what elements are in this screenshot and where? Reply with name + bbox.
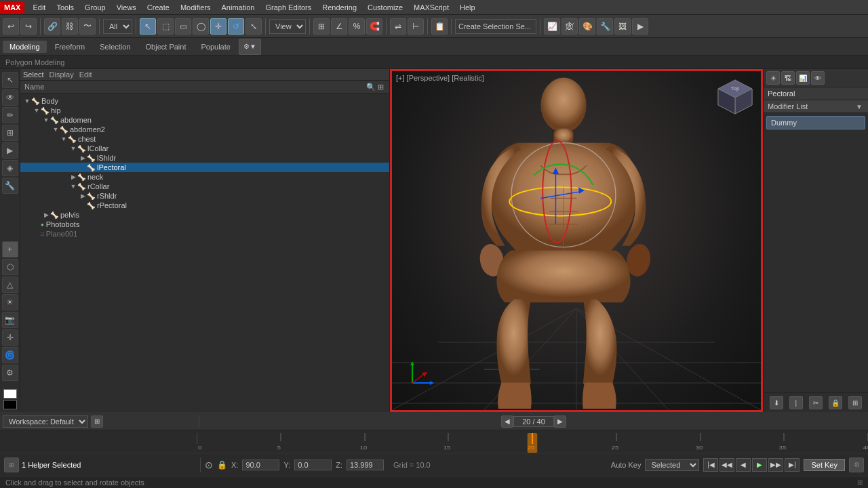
- snap-use[interactable]: 🧲: [366, 18, 382, 35]
- rp-icon4[interactable]: 👁: [811, 71, 825, 85]
- circle-select-btn[interactable]: ◯: [193, 18, 209, 35]
- render-setup[interactable]: 🔧: [597, 18, 613, 35]
- menu-views[interactable]: Views: [111, 2, 142, 13]
- play-back-btn[interactable]: ◀: [736, 458, 751, 472]
- scene-edit-tab[interactable]: Edit: [79, 70, 92, 79]
- tree-item-hip[interactable]: ▼ 🦴 hip: [20, 106, 389, 115]
- scene-options-icon[interactable]: ⊞: [376, 82, 385, 92]
- sidebar-shapes-icon[interactable]: △: [2, 277, 18, 293]
- sidebar-cameras-icon[interactable]: 📷: [2, 312, 18, 328]
- render-frame[interactable]: ▶: [632, 18, 648, 35]
- sidebar-helpers-icon[interactable]: ✛: [2, 329, 18, 346]
- menu-modifiers[interactable]: Modifiers: [175, 2, 216, 13]
- curve-editor[interactable]: 📈: [544, 18, 560, 35]
- tab-selection[interactable]: Selection: [93, 41, 137, 53]
- rp-icon2[interactable]: 🏗: [781, 71, 795, 85]
- menu-create[interactable]: Create: [142, 2, 175, 13]
- viewport[interactable]: [+] [Perspective] [Realistic]: [390, 69, 763, 412]
- rp-bottom-icon1[interactable]: ⬇: [770, 396, 783, 409]
- rp-bottom-icon3[interactable]: ✂: [809, 396, 823, 409]
- tree-item-abdomen2[interactable]: ▼ 🦴 abdomen2: [20, 125, 389, 134]
- move-btn[interactable]: ✛: [210, 18, 226, 35]
- scene-select-tab[interactable]: Select: [23, 70, 44, 79]
- tree-item-lcollar[interactable]: ▼ 🦴 lCollar: [20, 144, 389, 153]
- tree-item-pelvis[interactable]: ▶ 🦴 pelvis: [20, 210, 389, 220]
- sidebar-display2-icon[interactable]: ◈: [2, 160, 18, 176]
- layer-mgr[interactable]: 📋: [431, 18, 448, 35]
- time-tag-btn[interactable]: ⊞: [4, 458, 19, 472]
- viewport-cube[interactable]: Top: [715, 77, 755, 117]
- next-frame-btn[interactable]: ▶|: [785, 458, 800, 472]
- tab-object-paint[interactable]: Object Paint: [139, 41, 193, 53]
- menu-help[interactable]: Help: [454, 2, 481, 13]
- sidebar-spacewarps-icon[interactable]: 🌀: [2, 347, 18, 363]
- tree-item-lshldr[interactable]: ▶ 🦴 lShldr: [20, 153, 389, 163]
- timeline-nav-right[interactable]: ▶: [554, 415, 566, 428]
- tree-item-rcollar[interactable]: ▼ 🦴 rCollar: [20, 182, 389, 191]
- bind-space-warp[interactable]: 〜: [79, 18, 96, 35]
- redo-btn[interactable]: ↪: [20, 18, 37, 35]
- mirror-btn[interactable]: ⇌: [390, 18, 406, 35]
- rect-select-btn[interactable]: ▭: [175, 18, 191, 35]
- set-key-btn[interactable]: Set Key: [804, 459, 845, 471]
- x-coord-field[interactable]: [242, 460, 279, 470]
- play-btn[interactable]: ▶: [752, 458, 767, 472]
- sidebar-create-icon[interactable]: +: [2, 241, 18, 258]
- angle-snap[interactable]: ∠: [331, 18, 347, 35]
- timeline-nav-left[interactable]: ◀: [501, 415, 513, 428]
- animate-key-icon[interactable]: ⊙: [205, 460, 213, 470]
- tree-item-rpectoral[interactable]: 🦴 rPectoral: [20, 201, 389, 210]
- z-coord-field[interactable]: [347, 460, 384, 470]
- scene-search-icon[interactable]: 🔍: [366, 82, 376, 92]
- render-btn[interactable]: 🖼: [614, 18, 631, 35]
- select-link-btn[interactable]: 🔗: [44, 18, 60, 35]
- tab-freeform[interactable]: Freeform: [48, 41, 92, 53]
- tree-item-neck[interactable]: ▶ 🦴 neck: [20, 172, 389, 182]
- select-btn[interactable]: ↖: [140, 18, 156, 35]
- bottom-toolbar-icon[interactable]: ⊞: [857, 479, 863, 486]
- sidebar-hierarchy-icon[interactable]: ⊞: [2, 125, 18, 141]
- snap-toggle[interactable]: ⊞: [313, 18, 330, 35]
- unlink-btn[interactable]: ⛓: [62, 18, 78, 35]
- sidebar-utilities-icon[interactable]: 🔧: [2, 178, 18, 194]
- rp-icon3[interactable]: 📊: [796, 71, 810, 85]
- sidebar-lights-icon[interactable]: ☀: [2, 294, 18, 310]
- percent-snap[interactable]: %: [349, 18, 365, 35]
- menu-graph-editors[interactable]: Graph Editors: [260, 2, 317, 13]
- rp-icon1[interactable]: ☀: [766, 71, 780, 85]
- next-key-btn[interactable]: ▶▶: [768, 458, 783, 472]
- undo-btn[interactable]: ↩: [3, 18, 19, 35]
- menu-edit[interactable]: Edit: [27, 2, 51, 13]
- rp-bottom-icon2[interactable]: |: [789, 396, 803, 409]
- schematic-view[interactable]: 🕸: [561, 18, 578, 35]
- workspace-select[interactable]: Workspace: Default: [3, 415, 88, 428]
- options-btn[interactable]: ⚙▼: [239, 39, 261, 55]
- y-coord-field[interactable]: [294, 460, 332, 470]
- sidebar-edit-icon[interactable]: ✏: [2, 107, 18, 123]
- menu-animation[interactable]: Animation: [216, 2, 260, 13]
- tree-item-photobots[interactable]: ● Photobots: [20, 220, 389, 229]
- max-logo[interactable]: MAX: [0, 2, 24, 13]
- tree-item-plane001[interactable]: □ Plane001: [20, 229, 389, 239]
- filter-select[interactable]: All: [103, 19, 132, 34]
- selection-set-input[interactable]: [455, 19, 536, 34]
- menu-group[interactable]: Group: [79, 2, 111, 13]
- tree-item-chest[interactable]: ▼ 🦴 chest: [20, 134, 389, 144]
- sidebar-select-icon[interactable]: ↖: [2, 72, 18, 88]
- menu-maxscript[interactable]: MAXScript: [408, 2, 454, 13]
- menu-tools[interactable]: Tools: [51, 2, 79, 13]
- workspace-options[interactable]: ⊞: [91, 415, 103, 428]
- tree-item-abdomen[interactable]: ▼ 🦴 abdomen: [20, 115, 389, 125]
- scale-btn[interactable]: ⤡: [245, 18, 262, 35]
- tree-item-body[interactable]: ▼ 🦴 Body: [20, 96, 389, 106]
- sidebar-display-icon[interactable]: 👁: [2, 89, 18, 106]
- menu-customize[interactable]: Customize: [362, 2, 408, 13]
- sidebar-motion-icon[interactable]: ▶: [2, 142, 18, 159]
- rotate-btn[interactable]: ↺: [228, 18, 244, 35]
- prev-key-btn[interactable]: ◀◀: [719, 458, 734, 472]
- lock-icon[interactable]: 🔒: [217, 460, 227, 470]
- mat-editor[interactable]: 🎨: [579, 18, 595, 35]
- sidebar-geo-icon[interactable]: ⬡: [2, 259, 18, 275]
- ref-coord-select[interactable]: View: [269, 19, 306, 34]
- dummy-modifier-item[interactable]: Dummy: [766, 116, 865, 129]
